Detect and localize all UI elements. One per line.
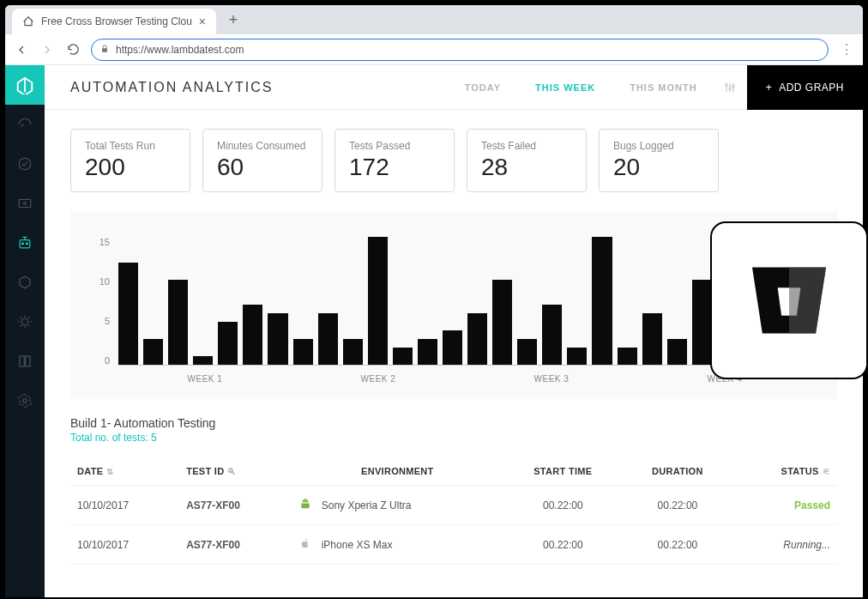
range-this-week[interactable]: THIS WEEK bbox=[535, 82, 595, 93]
sidebar-item-dashboard[interactable] bbox=[5, 105, 45, 144]
chart-bar bbox=[143, 339, 163, 365]
sidebar-item-screenshot[interactable] bbox=[5, 184, 45, 223]
table-row[interactable]: 10/10/2017 AS77-XF00 iPhone XS Max 00.22… bbox=[70, 525, 837, 565]
svg-point-9 bbox=[23, 399, 27, 403]
chart-bar bbox=[592, 237, 612, 365]
stat-value: 20 bbox=[613, 154, 704, 181]
cell-duration: 00.22:00 bbox=[624, 486, 732, 525]
browser-tab[interactable]: Free Cross Browser Testing Clou × bbox=[12, 9, 216, 34]
cell-test-id: AS77-XF00 bbox=[179, 525, 292, 565]
chart-bar bbox=[418, 339, 437, 365]
col-start-time[interactable]: START TIME bbox=[503, 457, 624, 486]
cell-start-time: 00.22:00 bbox=[503, 486, 624, 525]
cell-date: 10/10/2017 bbox=[70, 486, 179, 525]
chart-bar bbox=[318, 313, 338, 365]
close-icon[interactable]: × bbox=[199, 15, 206, 28]
chart-x-axis: WEEK 1WEEK 2WEEK 3WEEK 4 bbox=[118, 374, 811, 384]
sidebar-item-realtime[interactable] bbox=[5, 144, 45, 184]
svg-rect-3 bbox=[20, 240, 30, 248]
table-row[interactable]: 10/10/2017 AS77-XF00 Sony Xperia Z Ultra… bbox=[70, 486, 837, 525]
cell-status: Running... bbox=[732, 525, 837, 565]
add-graph-label: ADD GRAPH bbox=[779, 82, 844, 94]
stat-card: Bugs Logged20 bbox=[599, 129, 719, 192]
sidebar bbox=[5, 65, 45, 597]
chart-bar bbox=[343, 339, 363, 365]
browser-toolbar: https://www.lambdatest.com ⋮ bbox=[5, 34, 863, 65]
reload-button[interactable] bbox=[65, 42, 81, 57]
svg-point-10 bbox=[725, 84, 727, 87]
address-bar[interactable]: https://www.lambdatest.com bbox=[91, 39, 829, 61]
page-title: AUTOMATION ANALYTICS bbox=[45, 80, 465, 95]
browser-tab-bar: Free Cross Browser Testing Clou × + bbox=[5, 5, 863, 34]
tab-favicon-icon bbox=[22, 15, 34, 27]
forward-button[interactable] bbox=[39, 42, 55, 57]
svg-point-2 bbox=[24, 203, 27, 205]
sort-icon: ⇅ bbox=[106, 467, 113, 476]
svg-rect-7 bbox=[20, 356, 24, 366]
stat-card: Tests Failed28 bbox=[467, 129, 587, 192]
col-environment[interactable]: ENVIRONMENT bbox=[292, 457, 503, 486]
build-title: Build 1- Automation Testing bbox=[70, 416, 837, 430]
app-logo[interactable] bbox=[5, 65, 45, 105]
build-subtitle: Total no. of tests: 5 bbox=[70, 432, 837, 444]
bitbucket-overlay-icon[interactable] bbox=[710, 221, 868, 379]
chart-bar bbox=[618, 348, 637, 365]
chart-bar bbox=[667, 339, 687, 365]
chart-x-label: WEEK 2 bbox=[292, 374, 465, 384]
chart-bar bbox=[268, 313, 287, 365]
stat-label: Bugs Logged bbox=[613, 140, 704, 152]
svg-rect-8 bbox=[26, 356, 30, 366]
chart-x-label: WEEK 1 bbox=[118, 374, 292, 384]
stat-label: Tests Failed bbox=[481, 140, 572, 152]
cell-test-id: AS77-XF00 bbox=[179, 486, 292, 525]
svg-point-4 bbox=[22, 243, 24, 245]
chart-bar bbox=[542, 305, 562, 365]
filter-icon: ⚟ bbox=[823, 467, 830, 476]
url-text: https://www.lambdatest.com bbox=[116, 44, 244, 56]
filter-icon[interactable] bbox=[713, 81, 747, 94]
new-tab-button[interactable]: + bbox=[221, 8, 245, 32]
chart-bar bbox=[393, 348, 413, 365]
add-graph-button[interactable]: + ADD GRAPH bbox=[747, 65, 863, 110]
chart-bars bbox=[118, 237, 811, 366]
cell-duration: 00.22:00 bbox=[624, 525, 732, 565]
chart-y-axis: 151050 bbox=[96, 237, 118, 366]
chart-bar bbox=[368, 237, 388, 365]
back-button[interactable] bbox=[14, 42, 29, 57]
chart-bar bbox=[567, 348, 587, 365]
plus-icon: + bbox=[766, 82, 773, 94]
svg-point-0 bbox=[19, 158, 31, 170]
stat-card: Tests Passed172 bbox=[335, 129, 455, 192]
range-this-month[interactable]: THIS MONTH bbox=[630, 82, 696, 93]
stats-row: Total Tests Run200Minutes Consumed60Test… bbox=[70, 129, 837, 192]
col-status[interactable]: STATUS⚟ bbox=[732, 457, 837, 486]
stat-card: Minutes Consumed60 bbox=[202, 129, 322, 192]
sidebar-item-logs[interactable] bbox=[5, 342, 45, 381]
col-date[interactable]: DATE⇅ bbox=[70, 457, 179, 486]
stat-card: Total Tests Run200 bbox=[70, 129, 190, 192]
sidebar-item-integrations[interactable] bbox=[5, 263, 45, 302]
cell-status: Passed bbox=[732, 486, 837, 525]
range-today[interactable]: TODAY bbox=[465, 82, 501, 93]
stat-value: 60 bbox=[217, 154, 308, 181]
col-duration[interactable]: DURATION bbox=[624, 457, 732, 486]
svg-rect-1 bbox=[19, 200, 31, 208]
svg-point-5 bbox=[27, 243, 28, 245]
cell-start-time: 00.22:00 bbox=[503, 525, 624, 565]
stat-label: Minutes Consumed bbox=[217, 140, 308, 152]
stat-value: 200 bbox=[85, 154, 176, 181]
more-menu-icon[interactable]: ⋮ bbox=[839, 42, 854, 57]
stat-label: Tests Passed bbox=[349, 140, 440, 152]
search-icon: 🔍︎ bbox=[227, 467, 236, 476]
cell-date: 10/10/2017 bbox=[70, 525, 179, 565]
chart-bar bbox=[517, 339, 537, 365]
sidebar-item-automation[interactable] bbox=[5, 223, 45, 263]
svg-point-11 bbox=[728, 88, 731, 90]
sidebar-item-issues[interactable] bbox=[5, 302, 45, 342]
cell-environment: iPhone XS Max bbox=[292, 525, 503, 565]
chart-bar bbox=[642, 313, 662, 365]
stat-value: 28 bbox=[481, 154, 572, 181]
col-test-id[interactable]: TEST ID🔍︎ bbox=[179, 457, 292, 486]
chart-bar bbox=[218, 322, 238, 365]
sidebar-item-settings[interactable] bbox=[5, 381, 45, 421]
